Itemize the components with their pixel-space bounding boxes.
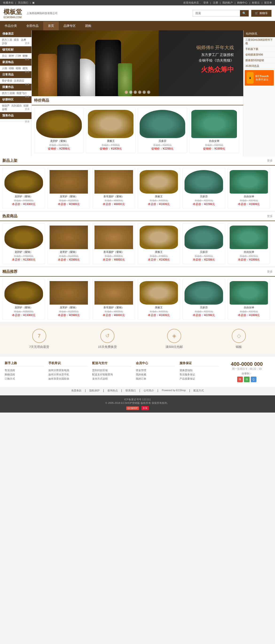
footer-link[interactable]: 订购方式 [5, 377, 44, 380]
message-link[interactable]: 留言单 [264, 1, 272, 4]
weibo-icon[interactable]:  [30, 2, 31, 4]
featured-card-5[interactable]: 自由女神 市场价：¥3040元 本店价：¥1999元 [228, 279, 270, 320]
footer-nav-link-0[interactable]: 免责条款 [71, 389, 82, 392]
new-card-3[interactable]: 美猴王 市场价：¥4000元 本店价：¥1809元 [137, 168, 180, 208]
footer-nav-link-4[interactable]: 公司简介 [144, 389, 154, 392]
new-card-0[interactable]: 龙胆炉（紫铜） 市场价：¥45600元 本店价：¥13000元 [2, 168, 45, 208]
footer-link[interactable]: 售后服务保证 [180, 373, 219, 376]
featured-more[interactable]: 更多 [267, 270, 273, 274]
powered-ecshop-link[interactable]: Powered by ECShop [162, 389, 186, 392]
banner-dot-4[interactable]: 4 [138, 90, 141, 94]
sidebar-link[interactable]: 门神 [16, 54, 21, 57]
home-link[interactable]: 收藏本站 [3, 1, 13, 4]
special-card-3[interactable]: 自由女神 市场价：¥3040元 促销价：¥1999元 [189, 108, 239, 153]
sidebar-more-4[interactable]: 更多 [25, 95, 30, 98]
footer-link[interactable]: 产品质量保证 [180, 377, 219, 380]
sidebar-more-3[interactable]: 更多 [25, 82, 30, 86]
account-link[interactable]: 我的账户 [222, 1, 233, 4]
featured-card-1[interactable]: 龙茸炉（紫铜） 市场价：¥12000元 本店价：¥2999元 [47, 279, 90, 320]
sidebar-link[interactable]: 财神 [9, 54, 14, 57]
special-card-0[interactable]: 龙胆炉（紫铜） 市场价：¥12000元 促销价：¥2999元 [34, 108, 84, 153]
new-card-4[interactable]: 贝多芬 市场价：¥2240元 本店价：¥2299元 [182, 168, 225, 208]
ectouch-banner[interactable]: 📱 ECTouch 免费开源啦 [245, 70, 274, 86]
hot-card-1[interactable]: 龙茸炉（紫铜） 市场价：¥12000元 本店价：¥2999元 [47, 224, 90, 264]
sidebar-link[interactable]: 人物 [2, 67, 7, 70]
sidebar-more-0[interactable]: 更多 [25, 42, 30, 45]
nav-group[interactable]: 团购 [80, 22, 96, 30]
sidebar-more-6[interactable]: 更多 [25, 120, 30, 123]
nav-brand[interactable]: 品牌专区 [59, 22, 80, 30]
new-card-2[interactable]: 兽耳圆炉（紫铜） 市场价：¥9800元 本店价：¥8000元 [92, 168, 135, 208]
sidebar-link[interactable]: 关公 [2, 54, 7, 57]
hot-card-2[interactable]: 兽耳圆炉（紫铜） 市场价：¥9800元 本店价：¥8000元 [92, 224, 135, 264]
footer-link[interactable]: 货到付款区域 [92, 368, 131, 372]
special-card-1[interactable]: 美猴王 市场价：¥4000元 促销价：¥1809元 [86, 108, 136, 153]
register-link[interactable]: 注册 [213, 1, 218, 4]
sidebar-link[interactable]: 西方三圣 [2, 38, 12, 41]
footer-link[interactable]: 支付方式说明 [92, 377, 131, 380]
footer-nav-link-6[interactable]: 配送方式 [193, 389, 204, 392]
login-link[interactable]: 登录 [203, 1, 209, 4]
footer-link[interactable]: 购物流程 [5, 373, 44, 376]
footer-nav-link-1[interactable]: 隐私保护 [89, 389, 100, 392]
hot-more[interactable]: 更多 [267, 214, 273, 218]
hot-card-5[interactable]: 自由女神 市场价：¥3040元 本店价：¥1999元 [228, 224, 270, 264]
sidebar-more-1[interactable]: 更多 [25, 58, 30, 61]
hot-card-4[interactable]: 贝多芬 市场价：¥2240元 本店价：¥2299元 [182, 224, 225, 264]
new-card-5[interactable]: 自由女神 市场价：¥3040元 本店价：¥1999元 [228, 168, 270, 208]
nav-home[interactable]: 首页 [43, 22, 59, 30]
wechat-icon[interactable]: ▣ [32, 1, 34, 4]
sidebar-link[interactable]: 观音 [14, 38, 19, 41]
footer-link[interactable]: 配送支付智能查询 [92, 373, 131, 376]
nav-all[interactable]: 全部作品 [22, 22, 43, 30]
mall-link[interactable]: 购物中心 [237, 1, 248, 4]
nav-category[interactable]: 作品分类 [0, 22, 22, 30]
special-card-2[interactable]: 贝多芬 市场价：¥3240元 促销价：¥2299元 [137, 108, 187, 153]
footer-link[interactable]: 退换货须知 [180, 368, 219, 372]
sidebar-link[interactable]: 文房四宝 [14, 79, 24, 82]
qq-social-icon[interactable]: Q [251, 376, 257, 382]
featured-card-3[interactable]: 美猴王 市场价：¥4000元 本店价：¥1809元 [137, 279, 180, 320]
footer-link[interactable]: 售后流程 [5, 368, 44, 372]
featured-card-0[interactable]: 龙胆炉（紫铜） 市场价：¥35000元 本店价：¥13000元 [2, 279, 45, 320]
sidebar-link[interactable]: 我爱飞行 [16, 92, 27, 94]
tags-link[interactable]: 标签云 [252, 1, 260, 4]
banner-dot-2[interactable]: 2 [129, 90, 133, 94]
footer-link[interactable]: 如何享受全国联保 [48, 377, 87, 380]
sidebar-link[interactable]: 香炉香插 [2, 79, 12, 82]
sidebar-link[interactable]: 动物 [9, 67, 14, 70]
sidebar-link[interactable]: 达摩 [21, 38, 26, 41]
sidebar-more-5[interactable]: 更多 [25, 108, 30, 111]
search-button[interactable]: 🔍 [240, 10, 249, 16]
sidebar-link[interactable]: 植物 [16, 67, 21, 70]
weibo-social-icon[interactable]: 微 [237, 376, 243, 382]
hot-card-3[interactable]: 美猴王 市场价：¥4000元 本店价：¥1809元 [137, 224, 180, 264]
footer-link[interactable]: 资金管理 [136, 368, 175, 372]
banner-dot-5[interactable]: 5 [143, 90, 146, 94]
sidebar-link[interactable]: 建筑 [22, 67, 28, 70]
wechat-social-icon[interactable]: 信 [244, 376, 250, 382]
follow-link[interactable]: 关注我们 [18, 1, 28, 4]
footer-nav-link-3[interactable]: 联系我们 [126, 389, 136, 392]
hot-card-0[interactable]: 龙胆炉（紫铜） 市场价：¥45600元 本店价：¥13000元 [2, 224, 45, 264]
sidebar-more-2[interactable]: 更多 [25, 70, 30, 74]
new-card-1[interactable]: 龙茸炉（紫铜） 市场价：¥12000元 本店价：¥2999元 [47, 168, 90, 208]
sidebar-link[interactable]: 西方三圣限 [2, 92, 15, 94]
search-input[interactable] [193, 10, 240, 16]
featured-card-2[interactable]: 兽耳圆炉（紫铜） 市场价：¥9000元 本店价：¥8000元 [92, 279, 135, 320]
footer-nav-link-2[interactable]: 咨询热点 [107, 389, 118, 392]
sidebar-link[interactable]: 沙弥 [2, 42, 7, 45]
sidebar-link[interactable]: 铜葫芦 [2, 104, 10, 107]
footer-link[interactable]: 如何分辨水货手机 [48, 373, 87, 376]
footer-link[interactable]: 我的订单 [136, 377, 175, 380]
footer-link[interactable]: 我的收藏 [136, 373, 175, 376]
new-more[interactable]: 更多 [267, 159, 273, 163]
banner-dot-1[interactable]: 1 [125, 90, 128, 94]
featured-card-4[interactable]: 贝多芬 市场价：¥2240元 本店价：¥2299元 [182, 279, 225, 320]
banner-dot-3[interactable]: 3 [134, 90, 137, 94]
footer-link[interactable]: 如何分辨原装电池 [48, 368, 87, 372]
sidebar-link[interactable]: 貔貅 [22, 54, 28, 57]
sidebar-link[interactable]: 马到成功 [11, 104, 22, 107]
cart-button[interactable]: 🛒 购物车 [251, 10, 272, 17]
banner-dot-6[interactable]: 6 [147, 90, 150, 94]
